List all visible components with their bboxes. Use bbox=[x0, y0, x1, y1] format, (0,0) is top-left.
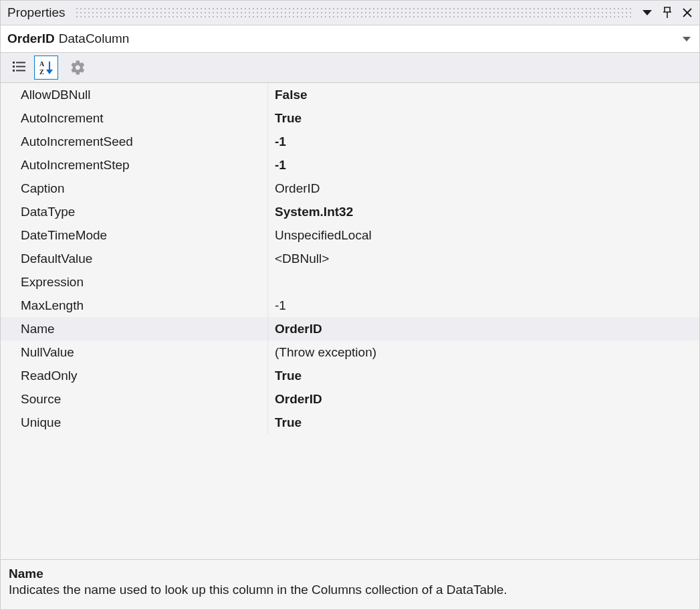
property-value[interactable]: OrderID bbox=[268, 177, 699, 200]
svg-marker-0 bbox=[643, 10, 652, 15]
property-row[interactable]: Expression bbox=[1, 270, 699, 294]
svg-text:Z: Z bbox=[39, 68, 44, 76]
categorized-button[interactable] bbox=[7, 56, 31, 80]
svg-text:A: A bbox=[39, 60, 45, 68]
property-name: AutoIncrementStep bbox=[1, 153, 268, 177]
property-name: DataType bbox=[1, 200, 268, 223]
property-value[interactable]: True bbox=[268, 364, 699, 387]
property-name: MaxLength bbox=[1, 294, 268, 317]
property-value[interactable] bbox=[268, 270, 699, 294]
property-pages-button[interactable] bbox=[65, 56, 89, 80]
property-value[interactable]: (Throw exception) bbox=[268, 340, 699, 364]
property-name: DateTimeMode bbox=[1, 223, 268, 247]
property-row[interactable]: AutoIncrementTrue bbox=[1, 106, 699, 130]
property-name: AllowDBNull bbox=[1, 83, 268, 106]
property-row[interactable]: NullValue(Throw exception) bbox=[1, 340, 699, 364]
description-pane: Name Indicates the name used to look up … bbox=[1, 559, 699, 609]
property-name: DefaultValue bbox=[1, 247, 268, 270]
property-row[interactable]: AllowDBNullFalse bbox=[1, 83, 699, 106]
property-value[interactable]: -1 bbox=[268, 130, 699, 153]
property-name: ReadOnly bbox=[1, 364, 268, 387]
svg-rect-9 bbox=[16, 70, 25, 72]
close-icon[interactable] bbox=[679, 5, 695, 21]
property-row[interactable]: NameOrderID bbox=[1, 317, 699, 340]
object-selector[interactable]: OrderID DataColumn bbox=[1, 25, 699, 53]
alphabetical-button[interactable]: A Z bbox=[34, 56, 58, 80]
property-value[interactable]: -1 bbox=[268, 294, 699, 317]
svg-rect-6 bbox=[13, 70, 15, 72]
property-value[interactable]: System.Int32 bbox=[268, 200, 699, 223]
property-value[interactable]: <DBNull> bbox=[268, 247, 699, 270]
chevron-down-icon[interactable] bbox=[679, 31, 694, 46]
property-value[interactable]: OrderID bbox=[268, 317, 699, 340]
property-row[interactable]: DefaultValue<DBNull> bbox=[1, 247, 699, 270]
property-row[interactable]: UniqueTrue bbox=[1, 411, 699, 434]
property-name: Expression bbox=[1, 270, 268, 294]
window-options-icon[interactable] bbox=[639, 5, 655, 21]
property-name: Name bbox=[1, 317, 268, 340]
property-row[interactable]: AutoIncrementSeed-1 bbox=[1, 130, 699, 153]
titlebar: Properties bbox=[1, 1, 699, 25]
property-row[interactable]: DataTypeSystem.Int32 bbox=[1, 200, 699, 223]
property-name: Caption bbox=[1, 177, 268, 200]
panel-title: Properties bbox=[7, 5, 71, 20]
object-type: DataColumn bbox=[59, 31, 130, 46]
property-value[interactable]: False bbox=[268, 83, 699, 106]
property-name: AutoIncrement bbox=[1, 106, 268, 130]
property-row[interactable]: CaptionOrderID bbox=[1, 177, 699, 200]
property-name: Source bbox=[1, 387, 268, 411]
property-value[interactable]: -1 bbox=[268, 153, 699, 177]
property-name: AutoIncrementSeed bbox=[1, 130, 268, 153]
properties-toolbar: A Z bbox=[1, 53, 699, 83]
titlebar-grip bbox=[75, 7, 631, 19]
description-title: Name bbox=[9, 567, 691, 581]
property-name: Unique bbox=[1, 411, 268, 434]
property-value[interactable]: UnspecifiedLocal bbox=[268, 223, 699, 247]
svg-rect-4 bbox=[13, 62, 15, 64]
property-name: NullValue bbox=[1, 340, 268, 364]
property-value[interactable]: True bbox=[268, 106, 699, 130]
object-name: OrderID bbox=[7, 31, 59, 46]
svg-marker-13 bbox=[46, 70, 53, 74]
svg-marker-3 bbox=[683, 37, 691, 41]
property-row[interactable]: ReadOnlyTrue bbox=[1, 364, 699, 387]
property-grid: AllowDBNullFalseAutoIncrementTrueAutoInc… bbox=[1, 83, 699, 559]
properties-panel: Properties OrderID DataColumn bbox=[0, 0, 700, 610]
property-value[interactable]: OrderID bbox=[268, 387, 699, 411]
property-row[interactable]: AutoIncrementStep-1 bbox=[1, 153, 699, 177]
svg-rect-5 bbox=[13, 66, 15, 68]
svg-rect-8 bbox=[16, 66, 25, 68]
property-row[interactable]: DateTimeModeUnspecifiedLocal bbox=[1, 223, 699, 247]
property-row[interactable]: MaxLength-1 bbox=[1, 294, 699, 317]
pin-icon[interactable] bbox=[659, 5, 675, 21]
property-row[interactable]: SourceOrderID bbox=[1, 387, 699, 411]
property-value[interactable]: True bbox=[268, 411, 699, 434]
svg-rect-7 bbox=[16, 62, 25, 64]
description-body: Indicates the name used to look up this … bbox=[9, 583, 691, 597]
